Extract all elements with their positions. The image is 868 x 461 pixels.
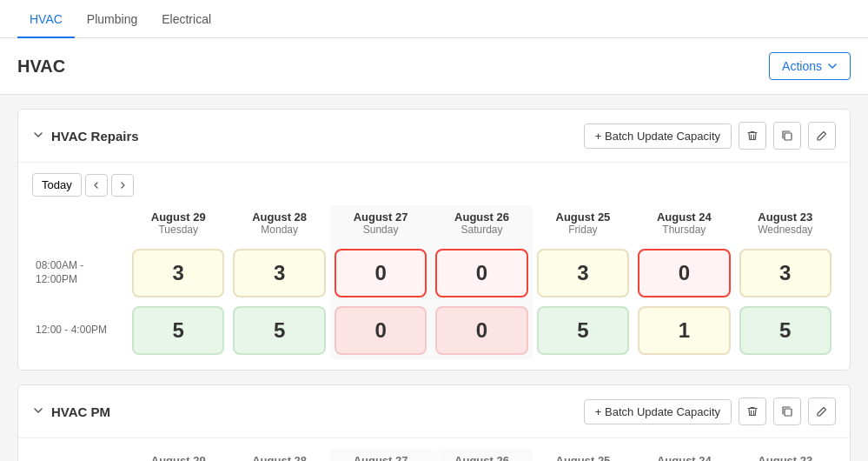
col-header-august-24: August 24Thursday (633, 205, 734, 244)
collapse-icon[interactable] (32, 129, 44, 144)
col-header-august-25: August 25Friday (533, 205, 633, 244)
col-header-august-23: August 23Wednesday (735, 205, 836, 244)
left-arrow-icon (93, 182, 100, 189)
tab-plumbing[interactable]: Plumbing (75, 2, 149, 38)
col-weekday: Thursday (637, 224, 731, 236)
capacity-cell[interactable]: 5 (128, 302, 229, 359)
col-day-name: August 27 (334, 210, 427, 224)
s2-col-header: August 28Monday (229, 449, 329, 461)
trash-icon (746, 130, 759, 142)
today-button[interactable]: Today (32, 173, 82, 197)
capacity-value: 5 (739, 306, 832, 355)
actions-button[interactable]: Actions (769, 52, 851, 80)
section1-title-area: HVAC Repairs (32, 129, 139, 144)
col-weekday: Wednesday (739, 224, 832, 236)
tab-hvac[interactable]: HVAC (17, 2, 75, 38)
col-weekday: Tuesday (131, 224, 225, 236)
capacity-value: 3 (132, 249, 224, 297)
col-day-name: August 25 (536, 210, 630, 224)
capacity-value: 0 (335, 306, 427, 355)
capacity-value: 3 (739, 249, 832, 297)
section2-collapse-icon[interactable] (32, 404, 44, 419)
col-day-name: August 27 (334, 454, 427, 461)
capacity-cell[interactable]: 5 (735, 302, 836, 359)
col-day-name: August 29 (131, 454, 225, 461)
capacity-cell[interactable]: 3 (128, 244, 229, 302)
col-header-august-28: August 28Monday (229, 205, 329, 244)
s2-col-header: August 24Thursday (633, 449, 734, 461)
calendar-grid: August 29TuesdayAugust 28MondayAugust 27… (32, 205, 836, 359)
col-day-name: August 28 (232, 454, 326, 461)
top-navigation: HVAC Plumbing Electrical (0, 0, 868, 38)
section2-delete-button[interactable] (739, 398, 766, 425)
section2-time-col (32, 449, 128, 461)
tab-electrical[interactable]: Electrical (149, 2, 223, 38)
s2-col-header: August 27Sunday (330, 449, 431, 461)
capacity-value: 0 (435, 249, 527, 297)
capacity-cell[interactable]: 0 (431, 244, 532, 302)
capacity-cell[interactable]: 5 (229, 302, 329, 359)
edit-icon (816, 130, 828, 142)
capacity-value: 5 (233, 306, 325, 355)
capacity-cell[interactable]: 0 (330, 302, 431, 359)
actions-label: Actions (782, 59, 822, 73)
time-label-row1: 08:00AM - 12:00PM (32, 244, 128, 302)
section1-actions: + Batch Update Capacity (584, 122, 836, 150)
section2-title-area: HVAC PM (32, 404, 110, 419)
calendar-area: Today August 29TuesdayAugust 28MondayAug… (18, 163, 850, 370)
capacity-cell[interactable]: 0 (330, 244, 431, 302)
edit-icon (816, 405, 828, 418)
capacity-cell[interactable]: 3 (229, 244, 329, 302)
delete-button[interactable] (739, 122, 766, 150)
col-day-name: August 28 (232, 210, 326, 224)
calendar-navigation: Today (32, 173, 836, 197)
copy-icon (781, 405, 793, 418)
section2-calendar-grid: August 29TuesdayAugust 28MondayAugust 27… (32, 449, 836, 461)
section2-header: HVAC PM + Batch Update Capacity (18, 385, 850, 438)
section2-calendar-area: August 29TuesdayAugust 28MondayAugust 27… (18, 438, 850, 461)
section2-title: HVAC PM (51, 404, 110, 419)
capacity-cell[interactable]: 5 (533, 302, 633, 359)
next-arrow[interactable] (111, 174, 134, 197)
col-weekday: Sunday (334, 224, 427, 236)
capacity-value: 3 (233, 249, 325, 297)
time-column-header (32, 205, 128, 244)
right-arrow-icon (119, 182, 126, 189)
section2-actions: + Batch Update Capacity (584, 398, 836, 425)
capacity-value: 5 (132, 306, 224, 355)
capacity-value: 0 (638, 249, 730, 297)
section2-copy-button[interactable] (773, 398, 801, 425)
capacity-value: 1 (638, 306, 730, 355)
page-header: HVAC Actions (0, 38, 868, 95)
batch-update-capacity-button[interactable]: + Batch Update Capacity (584, 124, 732, 149)
time-label-row2: 12:00 - 4:00PM (32, 302, 128, 359)
capacity-cell[interactable]: 3 (735, 244, 836, 302)
col-weekday: Monday (232, 224, 326, 236)
capacity-cell[interactable]: 0 (633, 244, 734, 302)
section1-title: HVAC Repairs (51, 129, 139, 144)
capacity-cell[interactable]: 0 (431, 302, 532, 359)
chevron-down-icon (827, 61, 838, 71)
section2-edit-button[interactable] (808, 398, 836, 425)
prev-arrow[interactable] (85, 174, 108, 197)
copy-icon (781, 130, 793, 142)
trash-icon (746, 405, 759, 418)
col-day-name: August 29 (131, 210, 225, 224)
s2-col-header: August 25Friday (533, 449, 633, 461)
capacity-value: 0 (335, 249, 427, 297)
hvac-pm-section: HVAC PM + Batch Update Capacity (17, 384, 851, 461)
edit-button[interactable] (808, 122, 836, 150)
section2-batch-update-button[interactable]: + Batch Update Capacity (584, 399, 732, 424)
hvac-repairs-section: HVAC Repairs + Batch Update Capacity (17, 109, 851, 371)
capacity-cell[interactable]: 1 (633, 302, 734, 359)
col-day-name: August 24 (637, 454, 731, 461)
capacity-value: 3 (537, 249, 629, 297)
col-header-august-27: August 27Sunday (330, 205, 431, 244)
page-title: HVAC (17, 57, 65, 77)
copy-button[interactable] (773, 122, 801, 150)
col-day-name: August 25 (536, 454, 630, 461)
capacity-cell[interactable]: 3 (533, 244, 633, 302)
col-weekday: Saturday (434, 224, 528, 236)
s2-col-header: August 26Saturday (431, 449, 532, 461)
col-weekday: Friday (536, 224, 630, 236)
